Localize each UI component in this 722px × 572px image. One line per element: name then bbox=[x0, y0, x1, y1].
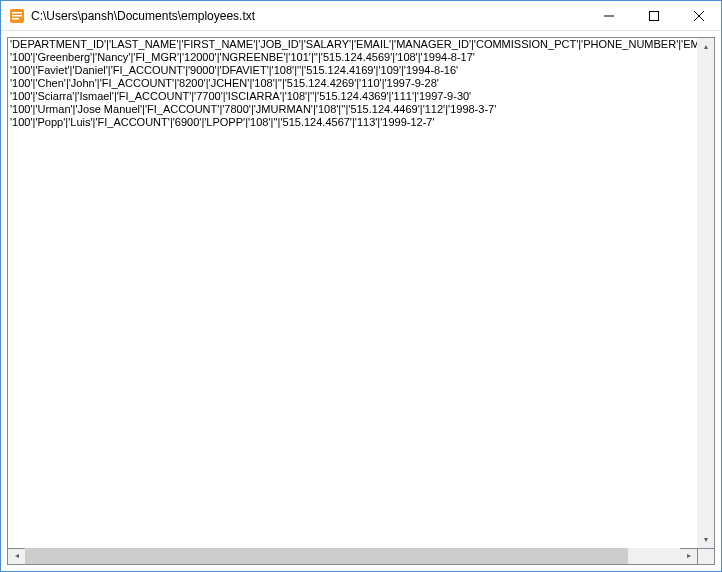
horizontal-scroll-thumb[interactable] bbox=[25, 548, 628, 564]
window-controls bbox=[586, 1, 721, 30]
vertical-scroll-track[interactable] bbox=[697, 55, 714, 531]
scroll-down-button[interactable]: ▾ bbox=[697, 531, 714, 548]
app-icon bbox=[9, 8, 25, 24]
horizontal-scrollbar[interactable]: ◂ ▸ bbox=[7, 548, 698, 565]
titlebar[interactable]: C:\Users\pansh\Documents\employees.txt bbox=[1, 1, 721, 31]
text-content[interactable]: 'DEPARTMENT_ID'|'LAST_NAME'|'FIRST_NAME'… bbox=[8, 38, 697, 548]
text-area-container: 'DEPARTMENT_ID'|'LAST_NAME'|'FIRST_NAME'… bbox=[7, 37, 715, 549]
chevron-left-icon: ◂ bbox=[15, 552, 19, 560]
text-line: '100'|'Sciarra'|'Ismael'|'FI_ACCOUNT'|'7… bbox=[10, 90, 695, 103]
horizontal-scrollbar-row: ◂ ▸ bbox=[7, 548, 715, 565]
scroll-up-button[interactable]: ▴ bbox=[697, 38, 714, 55]
svg-rect-1 bbox=[12, 12, 22, 14]
svg-rect-3 bbox=[12, 18, 19, 20]
maximize-icon bbox=[649, 11, 659, 21]
text-line: 'DEPARTMENT_ID'|'LAST_NAME'|'FIRST_NAME'… bbox=[10, 38, 695, 51]
content-area: 'DEPARTMENT_ID'|'LAST_NAME'|'FIRST_NAME'… bbox=[1, 31, 721, 571]
text-line: '100'|'Greenberg'|'Nancy'|'FI_MGR'|'1200… bbox=[10, 51, 695, 64]
window-title: C:\Users\pansh\Documents\employees.txt bbox=[31, 9, 586, 23]
close-icon bbox=[694, 11, 704, 21]
minimize-icon bbox=[604, 11, 614, 21]
vertical-scrollbar[interactable]: ▴ ▾ bbox=[697, 38, 714, 548]
text-line: '100'|'Faviet'|'Daniel'|'FI_ACCOUNT'|'90… bbox=[10, 64, 695, 77]
scroll-corner bbox=[698, 548, 715, 565]
minimize-button[interactable] bbox=[586, 1, 631, 30]
horizontal-scroll-track[interactable] bbox=[25, 548, 680, 564]
chevron-up-icon: ▴ bbox=[704, 43, 708, 51]
chevron-right-icon: ▸ bbox=[687, 552, 691, 560]
close-button[interactable] bbox=[676, 1, 721, 30]
scroll-right-button[interactable]: ▸ bbox=[680, 548, 697, 564]
svg-rect-5 bbox=[649, 11, 658, 20]
text-line: '100'|'Popp'|'Luis'|'FI_ACCOUNT'|'6900'|… bbox=[10, 116, 695, 129]
text-line: '100'|'Urman'|'Jose Manuel'|'FI_ACCOUNT'… bbox=[10, 103, 695, 116]
chevron-down-icon: ▾ bbox=[704, 536, 708, 544]
maximize-button[interactable] bbox=[631, 1, 676, 30]
scroll-left-button[interactable]: ◂ bbox=[8, 548, 25, 564]
svg-rect-2 bbox=[12, 15, 22, 17]
text-line: '100'|'Chen'|'John'|'FI_ACCOUNT'|'8200'|… bbox=[10, 77, 695, 90]
